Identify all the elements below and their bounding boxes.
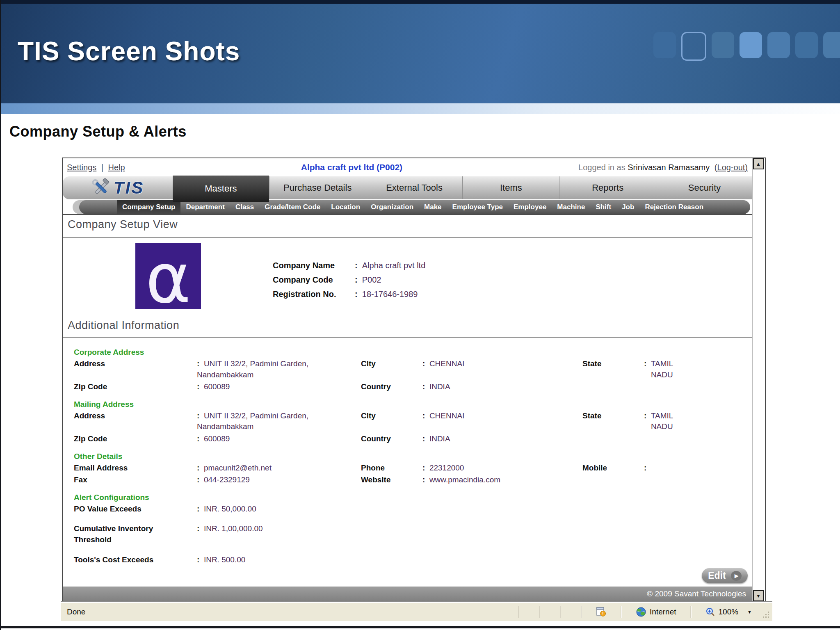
separator — [621, 606, 622, 619]
header-top-strip — [1, 0, 840, 4]
tab-external-tools[interactable]: External Tools — [366, 176, 463, 199]
field-value: Alpha craft pvt ltd — [355, 261, 425, 270]
globe-icon — [636, 607, 646, 617]
field-value: INDIA — [422, 381, 582, 393]
field-label: State — [582, 358, 644, 370]
field-label: Country — [361, 381, 422, 393]
field-value: CHENNAI — [422, 411, 582, 422]
view-heading: Company Setup View — [68, 218, 178, 231]
field-label: Company Name — [273, 261, 355, 270]
tab-security[interactable]: Security — [656, 176, 753, 199]
status-bar-right: ! Internet — [508, 603, 772, 621]
registration-no-row: Registration No. 18-17646-1989 — [273, 290, 425, 299]
subnav-company-setup[interactable]: Company Setup — [117, 200, 180, 214]
zoom-dropdown-caret[interactable]: ▼ — [747, 609, 752, 614]
window-footer: © 2009 Savant Technologies — [63, 587, 753, 601]
brand-text: TIS — [114, 178, 144, 198]
decorative-square — [653, 32, 676, 58]
table-row: PO Value Exceeds INR. 50,000.00 — [74, 504, 749, 515]
field-label: City — [361, 411, 422, 422]
page-alert-cell: ! — [592, 603, 611, 621]
tab-items[interactable]: Items — [462, 176, 559, 199]
main-nav-tabbar: TIS Masters Purchase Details External To… — [63, 176, 753, 199]
edit-button-label: Edit — [708, 570, 726, 581]
tab-reports[interactable]: Reports — [559, 176, 656, 199]
company-window-title: Alpha craft pvt ltd (P002) — [125, 162, 578, 172]
field-label: Zip Code — [74, 381, 197, 393]
field-value: 22312000 — [422, 463, 582, 474]
zoom-cell[interactable]: 100% ▼ — [701, 603, 756, 621]
slide-subtitle: Company Setup & Alerts — [9, 123, 187, 140]
subnav-machine[interactable]: Machine — [552, 200, 590, 214]
field-value: 600089 — [197, 434, 361, 445]
field-value: 18-17646-1989 — [355, 290, 418, 299]
field-value: UNIT II 32/2, Padmini Garden, Nandambakk… — [197, 411, 361, 432]
subnav-organization[interactable]: Organization — [365, 200, 419, 214]
field-label: Fax — [74, 475, 197, 486]
section-corporate-address: Corporate Address — [74, 348, 749, 357]
zone-label: Internet — [650, 607, 676, 616]
field-value: TAMIL NADU — [644, 358, 749, 380]
subnav-rejection-reason[interactable]: Rejection Reason — [639, 200, 709, 214]
company-fields: Company Name Alpha craft pvt ltd Company… — [273, 261, 425, 304]
table-row: Fax 044-2329129 Website www.pmacindia.co… — [74, 475, 749, 486]
section-other-details: Other Details — [74, 452, 749, 461]
field-value: TAMIL NADU — [644, 411, 749, 432]
separator — [690, 606, 692, 619]
field-value: P002 — [355, 275, 381, 285]
edit-button[interactable]: Edit ▶ — [702, 568, 748, 583]
logout-link[interactable]: (Log-out) — [714, 163, 748, 172]
field-value: 044-2329129 — [197, 475, 361, 486]
help-link[interactable]: Help — [108, 163, 125, 172]
subnav-grade-item-code[interactable]: Grade/Item Code — [259, 200, 326, 214]
zoom-magnifier-icon — [705, 607, 715, 617]
field-label: Email Address — [74, 463, 197, 474]
field-value: UNIT II 32/2, Padmini Garden, Nandambakk… — [197, 358, 361, 380]
slide-header: TIS Screen Shots — [1, 0, 840, 103]
subnav-employee[interactable]: Employee — [508, 200, 552, 214]
slide: TIS Screen Shots Company Setup & Alerts … — [0, 0, 840, 630]
decorative-square — [823, 32, 840, 58]
subnav-class[interactable]: Class — [230, 200, 259, 214]
top-menu: Settings | Help — [63, 163, 125, 172]
resize-grip[interactable] — [756, 603, 772, 621]
field-label: PO Value Exceeds — [74, 504, 197, 515]
scroll-up-button[interactable]: ▲ — [753, 158, 764, 169]
scroll-down-button[interactable]: ▼ — [753, 590, 764, 601]
separator — [581, 606, 582, 619]
subnav-employee-type[interactable]: Employee Type — [447, 200, 508, 214]
status-text: Done — [61, 607, 85, 616]
settings-link[interactable]: Settings — [67, 163, 96, 172]
slide-title: TIS Screen Shots — [18, 36, 240, 66]
tab-masters[interactable]: Masters — [173, 176, 269, 202]
decorative-square — [740, 32, 762, 58]
separator — [518, 606, 519, 619]
page-warning-icon: ! — [596, 607, 607, 617]
table-row: Email Address pmacunit2@eth.net Phone 22… — [74, 463, 749, 474]
subnav-shift[interactable]: Shift — [590, 200, 616, 214]
app-logo: TIS — [63, 176, 173, 199]
field-label: Address — [74, 358, 197, 370]
subnav-job[interactable]: Job — [616, 200, 639, 214]
field-value: INR. 500.00 — [197, 555, 361, 566]
alpha-glyph: α — [146, 244, 191, 313]
subnav-department[interactable]: Department — [180, 200, 230, 214]
header-bottom-band — [1, 103, 840, 114]
internet-zone-cell: Internet — [632, 603, 680, 621]
window-topbar: Settings | Help Alpha craft pvt ltd (P00… — [63, 158, 753, 176]
content-area: Company Setup View α Company Name Alpha … — [63, 214, 753, 587]
logged-in-user: Srinivasan Ramasamy — [628, 163, 710, 172]
subnav-location[interactable]: Location — [326, 200, 365, 214]
svg-text:!: ! — [602, 612, 603, 616]
field-value: www.pmacindia.com — [422, 475, 582, 486]
table-row: Address UNIT II 32/2, Padmini Garden, Na… — [74, 411, 749, 432]
arrow-right-icon: ▶ — [731, 571, 742, 581]
subnav-make[interactable]: Make — [419, 200, 447, 214]
vertical-scrollbar[interactable]: ▲ ▼ — [752, 158, 765, 601]
field-value: INR. 1,00,000.00 — [197, 523, 361, 534]
grip-dots-icon — [762, 611, 770, 619]
tab-purchase-details[interactable]: Purchase Details — [269, 176, 366, 199]
field-value: INR. 50,000.00 — [197, 504, 361, 515]
copyright-text: © 2009 Savant Technologies — [647, 589, 746, 598]
field-label: Mobile — [582, 463, 644, 474]
